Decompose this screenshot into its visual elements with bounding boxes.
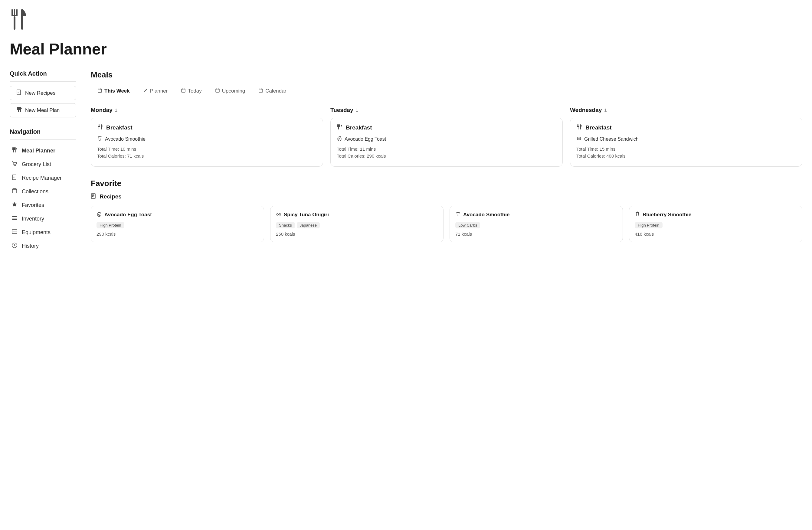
new-recipes-label: New Recipes <box>25 90 55 96</box>
tab-today[interactable]: Today <box>174 85 208 98</box>
svg-rect-62 <box>91 194 95 198</box>
equipments-icon <box>11 229 18 236</box>
wednesday-total-time: Total Time: 15 mins <box>576 146 796 151</box>
wednesday-breakfast-label: Breakfast <box>585 124 612 131</box>
calendar-tab-label: Calendar <box>265 88 286 94</box>
today-tab-icon <box>181 88 186 94</box>
svg-rect-59 <box>580 124 581 130</box>
recipe-card-2: Avocado Smoothie Low Carbs 71 kcals <box>450 206 623 242</box>
new-meal-plan-button[interactable]: New Meal Plan <box>10 103 76 117</box>
tab-planner[interactable]: Planner <box>136 85 175 98</box>
sidebar-label-inventory: Inventory <box>22 216 44 222</box>
svg-rect-30 <box>12 219 17 220</box>
sidebar-label-history: History <box>22 243 39 249</box>
recipe-1-tags: Snacks Japanese <box>276 222 438 229</box>
day-column-tuesday: Tuesday 1 <box>330 107 563 167</box>
svg-rect-60 <box>577 138 581 138</box>
monday-meal-item: Avocado Smoothie <box>97 136 317 143</box>
svg-rect-44 <box>99 127 99 130</box>
day-column-wednesday: Wednesday 1 <box>570 107 802 167</box>
recipe-1-header: Spicy Tuna Onigiri <box>276 211 438 218</box>
sidebar-label-grocery-list: Grocery List <box>22 161 51 167</box>
tab-upcoming[interactable]: Upcoming <box>208 85 252 98</box>
sidebar-item-collections[interactable]: Collections <box>10 185 76 198</box>
today-tab-label: Today <box>188 88 202 94</box>
sidebar-item-inventory[interactable]: Inventory <box>10 212 76 226</box>
recipe-3-kcals: 416 kcals <box>635 232 797 237</box>
sidebar-item-equipments[interactable]: Equipments <box>10 226 76 239</box>
planner-tab-icon <box>143 88 148 94</box>
svg-rect-45 <box>101 124 102 130</box>
meals-section-title: Meals <box>91 70 802 79</box>
wednesday-label: Wednesday <box>570 107 602 114</box>
quick-action-title: Quick Action <box>10 70 76 77</box>
svg-rect-57 <box>577 126 579 127</box>
sidebar-item-meal-planner[interactable]: Meal Planner <box>10 144 76 158</box>
monday-total-calories: Total Calories: 71 kcals <box>97 153 317 159</box>
recipe-0-kcals: 290 kcals <box>97 232 258 237</box>
svg-rect-9 <box>17 92 19 93</box>
svg-rect-34 <box>13 233 13 233</box>
recipe-0-tags: High Protein <box>97 222 258 229</box>
favorite-title: Favorite <box>91 179 802 188</box>
planner-tab-label: Planner <box>150 88 168 94</box>
svg-point-23 <box>15 165 16 166</box>
grocery-icon <box>11 161 18 168</box>
monday-header: Monday 1 <box>91 107 323 114</box>
svg-rect-36 <box>98 89 102 92</box>
recipes-grid: Avocado Egg Toast High Protein 290 kcals <box>91 206 802 242</box>
recipe-card-1: Spicy Tuna Onigiri Snacks Japanese 250 k… <box>270 206 444 242</box>
upcoming-tab-label: Upcoming <box>222 88 245 94</box>
app-container: Meal Planner Quick Action New Recipes <box>0 0 812 530</box>
breakfast-icon-wednesday <box>576 124 582 132</box>
tab-calendar[interactable]: Calendar <box>252 85 293 98</box>
recipes-sub-header: Recipes <box>91 193 802 200</box>
history-icon <box>11 242 18 250</box>
calendar-tab-icon <box>258 88 263 94</box>
sidebar-item-favorites[interactable]: Favorites <box>10 198 76 212</box>
collections-icon <box>11 188 18 195</box>
meal-card-monday-header: Breakfast <box>97 124 317 132</box>
svg-point-67 <box>99 214 100 216</box>
tuesday-meal-name: Avocado Egg Toast <box>345 136 386 142</box>
meals-tabs: This Week Planner Today <box>91 85 802 98</box>
wednesday-meal-name: Grilled Cheese Sandwich <box>584 136 639 142</box>
favorite-section: Favorite Recipes Avocado Egg To <box>91 179 802 242</box>
tuesday-count: 1 <box>356 107 358 113</box>
sidebar-item-history[interactable]: History <box>10 239 76 253</box>
navigation-section: Navigation Meal Pl <box>10 128 76 253</box>
meal-card-tuesday-header: Breakfast <box>337 124 556 132</box>
recipe-3-name: Blueberry Smoothie <box>642 212 692 218</box>
recipe-manager-icon <box>11 174 18 182</box>
app-logo <box>10 9 802 33</box>
svg-rect-24 <box>12 175 16 180</box>
recipe-1-icon <box>276 211 281 218</box>
sidebar-item-recipe-manager[interactable]: Recipe Manager <box>10 171 76 185</box>
sidebar-label-collections: Collections <box>22 189 48 195</box>
svg-rect-65 <box>92 196 93 197</box>
sidebar-item-grocery-list[interactable]: Grocery List <box>10 158 76 171</box>
tab-this-week[interactable]: This Week <box>91 85 136 98</box>
recipe-3-icon <box>635 211 640 218</box>
meal-planner-icon <box>11 147 18 154</box>
sidebar-label-recipe-manager: Recipe Manager <box>22 175 62 181</box>
this-week-tab-label: This Week <box>104 88 130 94</box>
svg-rect-43 <box>98 126 100 127</box>
inventory-icon <box>11 215 18 223</box>
meal-card-tuesday: Breakfast Avocado Egg Toast Total Time: … <box>330 118 563 167</box>
main-layout: Quick Action New Recipes <box>0 63 812 530</box>
recipe-1-tag-0: Snacks <box>276 222 295 229</box>
new-recipes-button[interactable]: New Recipes <box>10 86 76 100</box>
tuesday-breakfast-label: Breakfast <box>346 124 372 131</box>
page-title: Meal Planner <box>10 40 802 58</box>
monday-label: Monday <box>91 107 113 114</box>
recipe-3-tag-0: High Protein <box>635 222 663 229</box>
navigation-title: Navigation <box>10 128 76 135</box>
svg-rect-28 <box>12 216 17 217</box>
main-content: Meals This Week Planner <box>91 70 802 523</box>
recipe-2-name: Avocado Smoothie <box>463 212 509 218</box>
svg-rect-20 <box>13 150 14 152</box>
wednesday-total-calories: Total Calories: 400 kcals <box>576 153 796 159</box>
sidebar-label-equipments: Equipments <box>22 229 50 236</box>
svg-rect-49 <box>337 126 340 127</box>
